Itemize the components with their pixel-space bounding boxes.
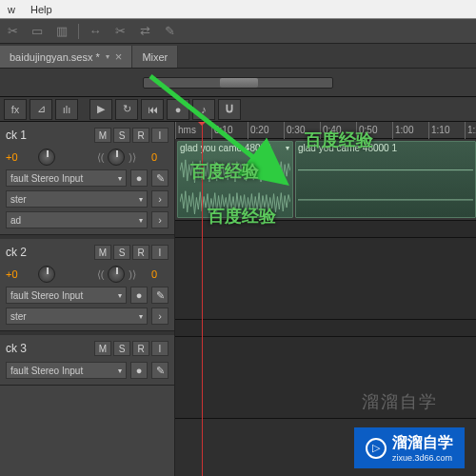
track-2-msr: M S R I [94,245,169,260]
skip-back-button[interactable]: ⏮ [141,99,164,120]
play-icon: ▷ [366,438,387,459]
tool-brush-icon[interactable]: ✎ [161,23,178,40]
tool-multitrack-icon[interactable]: ▥ [53,23,70,40]
track-1-pan[interactable]: 0 [140,151,169,163]
track-2-pan[interactable]: 0 [140,268,169,280]
track-1-bus[interactable]: ad▾ [6,211,148,228]
ruler-tick: 0:20 [248,122,268,139]
clip-2-label: glad you came 48000 1 [298,143,397,153]
record-arm-button[interactable]: R [132,128,149,143]
track-1-output[interactable]: ster▾ [6,190,148,208]
track-1: ck 1 M S R I +0 ⟨( )⟩ 0 fault Stereo Inp… [0,122,174,235]
timeline-area[interactable]: hms 0:10 0:20 0:30 0:40 0:50 1:00 1:10 1… [175,122,476,476]
output-arrow-icon[interactable]: › [151,190,169,208]
chevron-down-icon[interactable]: ▾ [286,144,289,152]
tool-move-icon[interactable]: ↔ [87,23,104,40]
audio-clip-2[interactable]: glad you came 48000 1 [295,141,476,218]
track-1-volume[interactable]: +0 [6,151,34,163]
volume-knob[interactable] [38,266,55,283]
fx-button[interactable]: fx [4,99,27,120]
mute-button[interactable]: M [94,245,111,260]
track-2: ck 2 M S R I +0 ⟨( )⟩ 0 fault Stereo Inp… [0,239,174,331]
playhead[interactable] [202,122,203,476]
record-arm-button[interactable]: R [132,245,149,260]
time-ruler[interactable]: hms 0:10 0:20 0:30 0:40 0:50 1:00 1:10 1… [175,122,476,139]
logo-site: zixue.3d66.com [392,453,453,463]
track-2-name[interactable]: ck 2 [6,246,27,259]
tool-cut-icon[interactable]: ✂ [4,23,21,40]
input-edit-icon[interactable]: ✎ [151,287,169,304]
record-arm-button[interactable]: R [132,341,149,356]
input-record-icon[interactable]: ● [130,169,148,187]
ruler-tick: 0:50 [356,122,377,139]
snap-button[interactable] [218,99,241,120]
track-3-name[interactable]: ck 3 [6,342,27,355]
pan-knob[interactable] [108,149,125,166]
track-3-msr: M S R I [94,341,169,356]
logo-text: 溜溜自学 [392,433,453,453]
track-1-lane[interactable]: glad you came 48000 ▾ glad you came 4800… [175,139,476,221]
solo-button[interactable]: S [113,128,130,143]
chevron-down-icon: ▾ [139,312,143,321]
chevron-down-icon[interactable]: ▾ [106,52,109,61]
loop-button[interactable]: ↻ [115,99,138,120]
mute-button[interactable]: M [94,128,111,143]
track-1-name[interactable]: ck 1 [6,129,27,142]
zoom-grip[interactable] [220,78,258,88]
ruler-tick: 1:00 [392,122,413,139]
tool-wave-icon[interactable]: ▭ [29,23,46,40]
ruler-tick: 1:20 [465,122,476,139]
tool-razor-icon[interactable]: ✂ [111,23,129,40]
play-button[interactable]: ▶ [89,99,112,120]
output-arrow-icon[interactable]: › [151,307,169,325]
bus-arrow-icon[interactable]: › [151,211,169,228]
send-button[interactable]: ⊿ [30,99,52,120]
input-record-icon[interactable]: ● [130,362,148,379]
tab-mixer[interactable]: Mixer [132,46,178,68]
volume-knob[interactable] [38,149,55,166]
track-2-output[interactable]: ster▾ [6,307,148,325]
record-button[interactable]: ● [167,99,189,120]
tabbar: baidujingyan.sesx * ▾ × Mixer [0,44,476,69]
clip-1-label: glad you came 48000 [180,143,271,153]
monitor-button[interactable]: I [151,245,169,260]
main-toolbar: ✂ ▭ ▥ ↔ ✂ ⇄ ✎ [0,19,476,44]
track-1-input[interactable]: fault Stereo Input▾ [6,169,127,187]
input-edit-icon[interactable]: ✎ [151,169,169,187]
zoom-scrollbar[interactable] [143,77,333,89]
pan-knob[interactable] [108,266,125,283]
menu-help[interactable]: Help [30,4,52,15]
ruler-tick: 0:40 [320,122,341,139]
input-edit-icon[interactable]: ✎ [151,362,169,379]
waveform-icon [298,155,473,215]
tab-file[interactable]: baidujingyan.sesx * ▾ × [0,46,132,68]
solo-button[interactable]: S [113,341,130,356]
waveform-icon [180,155,290,218]
tab-file-label: baidujingyan.sesx * [10,51,100,63]
menubar: w Help [0,0,476,19]
monitor-button[interactable]: I [151,128,169,143]
logo-badge: ▷ 溜溜自学 zixue.3d66.com [354,427,465,468]
audio-clip-1[interactable]: glad you came 48000 ▾ [177,141,293,218]
tab-mixer-label: Mixer [142,51,168,63]
track-1-msr: M S R I [94,128,169,143]
track-2-input[interactable]: fault Stereo Input▾ [6,287,127,304]
track-2-volume[interactable]: +0 [6,268,34,280]
track-2-lane[interactable] [175,238,476,320]
close-icon[interactable]: × [115,50,123,64]
mute-button[interactable]: M [94,341,111,356]
chevron-down-icon: ▾ [118,174,122,183]
input-record-icon[interactable]: ● [130,287,148,304]
solo-button[interactable]: S [113,245,130,260]
track-panel: ck 1 M S R I +0 ⟨( )⟩ 0 fault Stereo Inp… [0,122,175,476]
chevron-down-icon: ▾ [118,291,122,300]
monitor-button[interactable]: I [151,341,169,356]
eq-button[interactable]: ılı [55,99,78,120]
menu-w[interactable]: w [8,4,15,15]
ruler-hms: hms [175,122,196,139]
track-3-lane[interactable] [175,337,476,419]
metronome-button[interactable]: ♪ [192,99,215,120]
track-3-input[interactable]: fault Stereo Input▾ [6,362,127,379]
track-3: ck 3 M S R I fault Stereo Input▾ ● ✎ [0,335,174,386]
tool-slip-icon[interactable]: ⇄ [136,23,153,40]
